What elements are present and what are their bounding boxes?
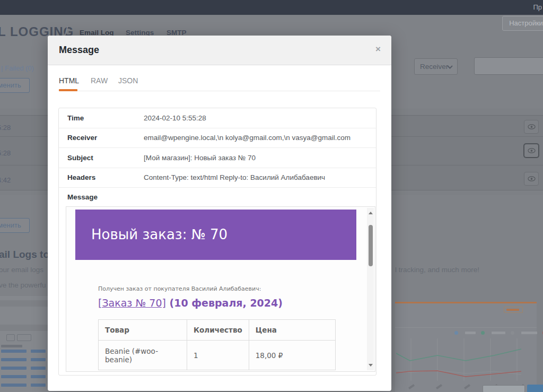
order-date: (10 февраля, 2024): [166, 297, 283, 309]
order-items-table: Товар Количество Цена Beanie (#woo-beani…: [98, 319, 336, 370]
promo-mini-button-blue: [527, 385, 543, 392]
detail-value-headers: Content-Type: text/html Reply-to: Васили…: [144, 173, 325, 181]
detail-value-receiver: email@wpengine.local,\n kolya@gmail.com,…: [144, 134, 351, 142]
order-item-row: Beanie (#woo-beanie) 1 18,00 ₽: [99, 341, 336, 370]
scroll-up-icon[interactable]: [369, 212, 373, 214]
email-preview: Новый заказ: № 70 Получен заказ от покуп…: [66, 206, 375, 372]
view-log-button[interactable]: [524, 120, 539, 134]
tab-divider: [59, 91, 380, 91]
order-col-product: Товар: [99, 320, 187, 341]
search-input[interactable]: [474, 57, 543, 75]
receiver-filter-select[interactable]: Receiver: [414, 58, 458, 75]
modal-header: Message ×: [48, 36, 391, 65]
email-banner-title: Новый заказ: № 70: [75, 210, 356, 260]
admin-bar: Пр: [0, 0, 543, 15]
order-item-qty: 1: [187, 341, 249, 370]
detail-label-subject: Subject: [67, 154, 93, 162]
email-order-line: [Заказ № 70] (10 февраля, 2024): [98, 297, 283, 309]
detail-label-message: Message: [67, 193, 98, 201]
log-row-time: 4:42: [0, 176, 11, 184]
admin-greeting[interactable]: Пр: [533, 3, 543, 11]
promo-text: our email logs: [0, 266, 43, 274]
promo-text: l tracking, and much more!: [395, 266, 479, 274]
chevron-down-icon: [447, 65, 453, 69]
chart-legend: [454, 331, 543, 335]
chart-period-dropdown: [504, 307, 523, 313]
order-item-price: 18,00 ₽: [249, 341, 335, 370]
promo-mini-input: [483, 385, 525, 392]
email-intro-text: Получен заказ от покупателя Василий Алиб…: [98, 285, 261, 292]
eye-icon: [528, 176, 536, 181]
order-col-price: Цена: [249, 320, 335, 341]
promo-mini-button: [6, 334, 15, 341]
detail-value-subject: [Мой магазин]: Новый заказ № 70: [144, 154, 256, 162]
detail-label-headers: Headers: [67, 173, 95, 181]
settings-button[interactable]: Настройки: [502, 16, 543, 31]
detail-label-receiver: Receiver: [67, 134, 97, 142]
legend-dot-unconfirmed: [511, 331, 514, 335]
active-tab-indicator: [59, 89, 77, 91]
detail-label-time: Time: [67, 114, 84, 122]
eye-icon: [528, 148, 536, 153]
order-link[interactable]: [Заказ № 70]: [98, 297, 166, 309]
tab-html[interactable]: HTML: [59, 76, 79, 85]
log-row-time: 5:28: [0, 149, 11, 157]
detail-value-time: 2024-02-10 5:55:28: [144, 114, 206, 122]
preview-scrollbar[interactable]: [367, 208, 374, 370]
eye-icon: [528, 124, 536, 129]
modal-title: Message: [59, 45, 99, 56]
promo-text: ve the powerfu: [0, 281, 46, 289]
close-icon[interactable]: ×: [375, 44, 381, 55]
view-log-button[interactable]: [524, 144, 539, 158]
legend-dot-total: [454, 331, 458, 335]
tab-json[interactable]: JSON: [118, 76, 138, 85]
promo-screenshot-chart: [395, 302, 537, 392]
failed-filter-link[interactable]: | Failed (0): [1, 64, 34, 72]
scroll-down-icon[interactable]: [369, 364, 373, 367]
apply-button[interactable]: менить: [0, 78, 30, 93]
receiver-filter-label: Receiver: [420, 63, 448, 71]
tab-raw[interactable]: RAW: [91, 76, 108, 85]
order-item-product: Beanie (#woo-beanie): [99, 341, 187, 370]
legend-dot-confirmed: [481, 331, 485, 335]
promo-screenshot-table: [0, 296, 49, 392]
scrollbar-thumb[interactable]: [369, 225, 373, 266]
line-chart: [396, 338, 526, 384]
promo-heading: ail Logs to: [0, 249, 49, 260]
message-details-table: Time 2024-02-10 5:55:28 Receiver email@w…: [58, 108, 376, 376]
screen: Пр L LOGGING / Email Log Settings SMTP Н…: [0, 0, 543, 392]
view-log-button[interactable]: [524, 172, 539, 186]
apply-button-2[interactable]: менить: [0, 218, 30, 233]
email-banner: Новый заказ: № 70: [75, 210, 356, 260]
promo-mini-button: [17, 334, 31, 341]
message-modal: Message × HTML RAW JSON Time 2024-02-10 …: [48, 36, 391, 391]
order-col-qty: Количество: [187, 320, 249, 341]
log-row-time: 5:28: [0, 124, 11, 132]
